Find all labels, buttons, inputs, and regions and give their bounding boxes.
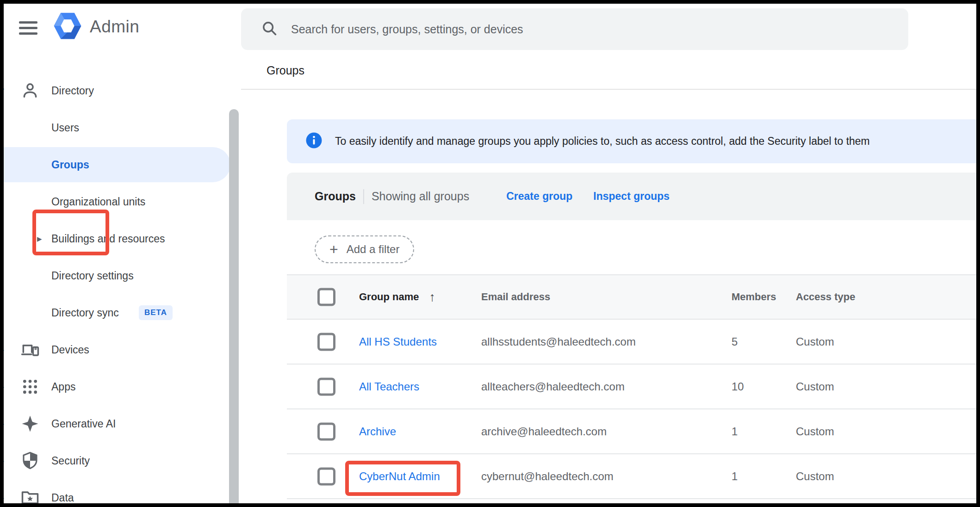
selected-pill [4,147,230,182]
sidebar-item-buildings-and-resources[interactable]: ▸ Buildings and resources [4,220,241,257]
group-link-archive[interactable]: Archive [359,425,396,438]
title-divider [241,89,976,90]
column-header-email: Email address [481,291,550,303]
create-group-button[interactable]: Create group [506,190,572,203]
search-icon [261,19,278,39]
global-search [241,8,908,50]
person-icon [20,80,40,101]
topbar: Admin [4,4,976,50]
panel-title: Groups [315,190,356,203]
select-all-checkbox[interactable] [317,288,335,306]
row-access-type: Custom [796,380,834,393]
sidebar-item-organizational-units[interactable]: Organizational units [4,183,241,220]
sidebar-item-label: Directory sync [51,307,119,319]
sidebar-item-generative-ai[interactable]: ▸ Generative AI [4,405,241,442]
apps-grid-icon [20,377,40,397]
sparkle-icon [20,414,40,434]
group-link-cybernut-admin[interactable]: CyberNut Admin [359,470,440,483]
table-header-row: Group name↑ Email address Members Access… [287,274,976,320]
shield-icon [20,451,40,471]
inspect-groups-button[interactable]: Inspect groups [593,190,670,203]
column-header-group-name[interactable]: Group name [359,291,419,303]
collapse-arrow-icon: ▸ [37,233,42,244]
sidebar-item-devices[interactable]: ▸ Devices [4,331,241,368]
devices-icon [20,340,40,360]
row-members: 1 [732,425,738,438]
sidebar: ▾ Directory Users Groups Organizational … [4,72,241,507]
folder-star-icon [20,488,40,507]
sidebar-item-directory[interactable]: ▾ Directory [4,72,241,109]
search-input[interactable] [291,23,908,36]
row-access-type: Custom [796,470,834,483]
page-title: Groups [267,64,304,77]
row-email: cybernut@haleedtech.com [481,470,614,483]
admin-console-window: Admin Groups ▾ Directory Users [0,0,980,507]
add-filter-button[interactable]: + Add a filter [315,235,414,263]
group-link-all-teachers[interactable]: All Teachers [359,380,419,393]
sidebar-item-label: Apps [51,381,75,393]
add-filter-label: Add a filter [347,243,400,256]
title-separator [363,189,364,204]
brand-name: Admin [90,17,139,37]
filter-row: + Add a filter [287,220,976,274]
table-row: CyberNut Admin cybernut@haleedtech.com 1… [287,454,976,499]
row-email: allhsstudents@haleedtech.com [481,335,636,348]
sidebar-item-directory-settings[interactable]: Directory settings [4,257,241,294]
collapse-arrow-icon: ▸ [0,492,4,504]
groups-panel: Groups Showing all groups Create group I… [287,173,976,503]
plus-icon: + [329,242,338,257]
admin-hexagon-icon [53,10,82,43]
sidebar-item-security[interactable]: ▸ Security [4,442,241,479]
admin-logo[interactable]: Admin [53,10,139,43]
groups-panel-header: Groups Showing all groups Create group I… [287,173,976,220]
row-checkbox[interactable] [317,467,335,485]
sidebar-item-directory-sync[interactable]: Directory sync BETA [4,294,241,331]
sort-ascending-icon[interactable]: ↑ [429,290,436,304]
sidebar-item-apps[interactable]: ▸ Apps [4,368,241,405]
group-link-all-hs-students[interactable]: All HS Students [359,335,437,348]
collapse-arrow-icon: ▸ [0,455,4,467]
row-access-type: Custom [796,335,834,348]
collapse-arrow-icon: ▸ [0,418,4,430]
row-checkbox[interactable] [317,333,335,351]
sidebar-item-label: Buildings and resources [51,233,165,245]
column-header-access-type: Access type [796,291,855,303]
row-members: 1 [732,470,738,483]
sidebar-scrollbar[interactable] [229,109,239,507]
sidebar-item-label: Directory settings [51,270,134,282]
sidebar-item-label: Directory [51,85,94,97]
sidebar-item-label: Devices [51,344,89,356]
collapse-arrow-icon: ▸ [0,344,4,356]
row-members: 10 [732,380,744,393]
table-row: All Teachers allteachers@haleedtech.com … [287,365,976,409]
sidebar-item-groups[interactable]: Groups [4,146,241,183]
row-checkbox[interactable] [317,422,335,440]
row-email: allteachers@haleedtech.com [481,380,625,393]
row-email: archive@haleedtech.com [481,425,607,438]
sidebar-item-label: Data [51,492,74,504]
banner-text: To easily identify and manage groups you… [335,135,870,148]
column-header-members: Members [732,291,776,303]
main-menu-icon[interactable] [19,21,37,36]
beta-badge: BETA [139,305,173,320]
row-access-type: Custom [796,425,834,438]
sidebar-item-label: Generative AI [51,418,116,430]
collapse-arrow-icon: ▸ [0,381,4,393]
table-row: Archive archive@haleedtech.com 1 Custom [287,409,976,454]
table-row: All HS Students allhsstudents@haleedtech… [287,320,976,365]
panel-subtitle: Showing all groups [372,190,469,203]
sidebar-item-label: Security [51,455,90,467]
expand-arrow-icon: ▾ [0,85,4,97]
sidebar-item-label: Users [51,122,79,134]
sidebar-item-users[interactable]: Users [4,109,241,146]
sidebar-item-label: Organizational units [51,196,145,208]
info-banner: To easily identify and manage groups you… [287,119,976,163]
sidebar-item-label: Groups [51,159,89,171]
sidebar-item-data[interactable]: ▸ Data [4,479,241,507]
row-checkbox[interactable] [317,377,335,396]
row-members: 5 [732,335,738,348]
info-icon [305,132,323,151]
